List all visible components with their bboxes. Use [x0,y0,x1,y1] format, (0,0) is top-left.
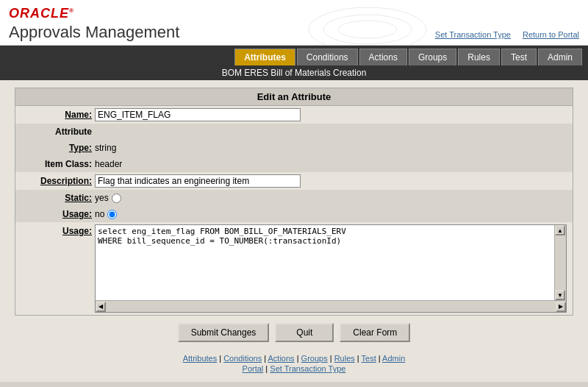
tab-admin[interactable]: Admin [538,49,582,65]
set-transaction-link[interactable]: Set Transaction Type [435,30,511,39]
return-portal-link[interactable]: Return to Portal [523,30,579,39]
type-label: Type: [21,143,95,153]
oracle-logo: ORACLE® [9,6,179,21]
usage-row: Usage: no [15,206,573,222]
footer-groups[interactable]: Groups [301,354,328,363]
header-decoration [294,0,441,45]
footer-line1: Attributes | Conditions | Actions | Grou… [15,354,573,363]
textarea-wrapper: select eng_item_flag FROM BOM_BILL_OF_MA… [95,224,567,313]
attribute-row: Attribute [15,124,573,140]
footer-attributes[interactable]: Attributes [183,354,217,363]
svg-point-2 [338,21,397,38]
name-label: Name: [21,110,95,120]
usage-value: no [95,209,104,219]
tab-attributes[interactable]: Attributes [234,49,295,65]
usage-label: Usage: [21,209,95,219]
static-radio[interactable] [112,194,121,203]
description-label: Description: [21,176,95,186]
scroll-track [555,235,566,290]
nav-tabs: Attributes Conditions Actions Groups Rul… [0,46,588,65]
form-title: Edit an Attribute [15,88,573,106]
clear-button[interactable]: Clear Form [340,323,410,342]
footer: Attributes | Conditions | Actions | Grou… [15,349,573,374]
v-scrollbar[interactable]: ▲ ▼ [554,225,566,300]
footer-test[interactable]: Test [362,354,376,363]
footer-actions[interactable]: Actions [268,354,295,363]
usage2-label: Usage: [21,224,95,236]
item-class-row: Item Class: header [15,156,573,172]
tab-groups[interactable]: Groups [409,49,456,65]
footer-set-transaction[interactable]: Set Transaction Type [270,364,345,373]
page-title-bar: BOM ERES Bill of Materials Creation [0,65,588,80]
svg-point-0 [309,7,426,45]
tab-rules[interactable]: Rules [458,49,500,65]
scroll-up-arrow[interactable]: ▲ [555,225,565,235]
app-header: ORACLE® Approvals Management Set Transac… [0,0,588,46]
h-scrollbar[interactable]: ◀ ▶ [96,300,566,312]
header-links: Set Transaction Type Return to Portal [435,30,579,42]
tab-actions[interactable]: Actions [359,49,407,65]
tab-conditions[interactable]: Conditions [297,49,358,65]
app-title: Approvals Management [9,23,179,42]
svg-point-1 [323,15,412,44]
h-scroll-track [106,302,556,311]
name-row: Name: [15,106,573,124]
page-title: BOM ERES Bill of Materials Creation [222,68,367,78]
footer-line2: Portal | Set Transaction Type [15,364,573,373]
description-input[interactable] [95,174,301,188]
attribute-label: Attribute [21,127,95,137]
type-value: string [95,143,116,153]
description-row: Description: [15,172,573,190]
name-input[interactable] [95,108,301,121]
type-row: Type: string [15,140,573,156]
scroll-left-arrow[interactable]: ◀ [96,302,106,312]
logo-area: ORACLE® Approvals Management [9,6,179,42]
form-panel: Edit an Attribute Name: Attribute Type: … [15,88,573,316]
item-class-value: header [95,159,122,169]
static-label: Static: [21,193,95,203]
static-value: yes [95,193,109,203]
footer-admin[interactable]: Admin [382,354,405,363]
footer-rules[interactable]: Rules [334,354,355,363]
scroll-down-arrow[interactable]: ▼ [555,290,565,300]
usage-radio[interactable] [107,210,117,219]
tab-test[interactable]: Test [501,49,537,65]
usage-textarea[interactable]: select eng_item_flag FROM BOM_BILL_OF_MA… [96,225,554,300]
item-class-label: Item Class: [21,159,95,169]
button-bar: Submit Changes Quit Clear Form [15,316,573,349]
submit-button[interactable]: Submit Changes [178,323,270,342]
quit-button[interactable]: Quit [275,323,334,342]
footer-conditions[interactable]: Conditions [223,354,262,363]
main-content: Edit an Attribute Name: Attribute Type: … [0,80,588,382]
usage-textarea-row: Usage: select eng_item_flag FROM BOM_BIL… [15,222,573,315]
footer-portal[interactable]: Portal [243,364,264,373]
static-row: Static: yes [15,190,573,206]
scroll-right-arrow[interactable]: ▶ [556,302,566,312]
